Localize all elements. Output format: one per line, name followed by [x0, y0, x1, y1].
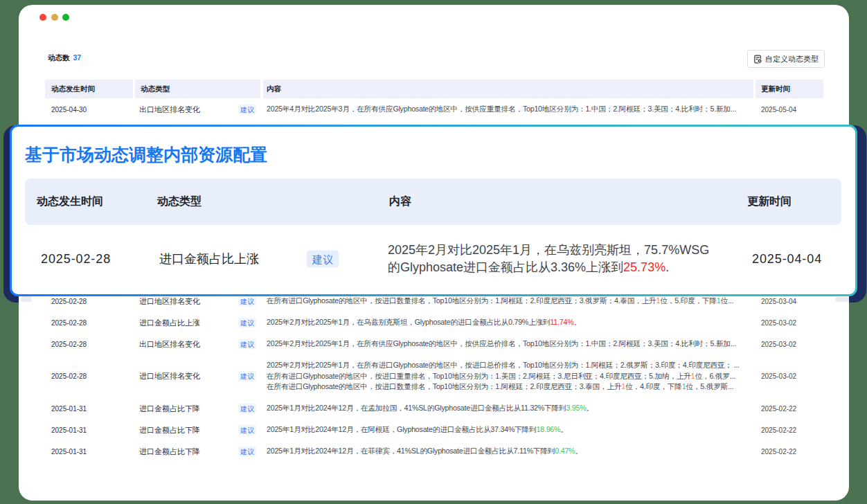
customize-dynamic-type-label: 自定义动态类型 — [765, 54, 819, 64]
suggestion-badge: 建议 — [238, 404, 256, 414]
document-gear-icon — [753, 55, 762, 64]
row-update: 2025-02-22 — [761, 448, 796, 456]
content-segment: 在所有进口Glyphosate的地区中，按进口数量排名，Top10地区分别为：1… — [267, 296, 656, 305]
content-segment-red: 25.73% — [623, 260, 665, 274]
content-line: 2025年1月对比2024年12月，在孟加拉国，41%SL的Glyphosate… — [267, 403, 756, 414]
suggestion-badge: 建议 — [238, 371, 256, 381]
column-header-occurrence-time: 动态发生时间 — [45, 80, 133, 98]
content-line: 2025年1月对比2024年12月，在菲律宾，41%SL的Glyphosate进… — [267, 446, 756, 457]
table-row[interactable]: 2025-01-31进口金额占比下降建议2025年1月对比2024年12月，在阿… — [45, 420, 823, 441]
row-content: 2025年2月对比2025年1月，在乌兹别克斯坦，Glyphosate的进口金额… — [267, 317, 756, 328]
row-date: 2025-02-28 — [51, 340, 87, 348]
row-content: 在所有进口Glyphosate的地区中，按进口数量排名，Top10地区分别为：1… — [267, 296, 756, 307]
occluded-ui-fragment-right — [835, 297, 849, 302]
row-update: 2025-03-04 — [761, 297, 796, 305]
content-segment: 位，5.俄罗斯... — [686, 382, 733, 390]
content-line: 在所有进口Glyphosate的地区中，按进口数量排名，Top10地区分别为：1… — [267, 296, 756, 307]
row-type: 进口金额占比上涨 — [139, 317, 200, 327]
content-segment: 2025年2月对比2025年1月，在所有进口Glyphosate的地区中，按进口… — [267, 361, 740, 369]
column-header-dynamic-type: 动态类型 — [135, 80, 260, 98]
row-date: 2025-04-30 — [51, 105, 87, 113]
card-row-tag: 建议 — [307, 251, 339, 268]
content-segment: 在所有进口Glyphosate的地区中，按进口数量排名，Top10地区分别为：1… — [267, 382, 621, 390]
table-row[interactable]: 2025-04-30出口地区排名变化建议2025年4月对比2025年3月，在所有… — [45, 98, 823, 120]
customize-dynamic-type-button[interactable]: 自定义动态类型 — [747, 50, 825, 68]
table-row[interactable]: 2025-02-28进口金额占比上涨建议2025年2月对比2025年1月，在乌兹… — [45, 312, 823, 333]
card-row-content: 2025年2月对比2025年1月，在乌兹别亮斯坦，75.7%WSG的Glypho… — [388, 242, 709, 276]
suggestion-badge: 建议 — [238, 425, 256, 435]
content-line: 在所有进口Glyphosate的地区中，按进口数量排名，Top10地区分别为：1… — [267, 381, 756, 393]
table-row[interactable]: 2025-01-31进口金额占比下降建议2025年1月对比2024年12月，在菲… — [45, 441, 823, 462]
content-line: 2025年2月对比2025年1月，在所有供应Glyphosate的地区中，按供应… — [267, 339, 756, 350]
content-segment: 在所有进口Glyphosate的地区中，按进口重量排名，Top10地区分别为：1… — [267, 372, 691, 380]
row-date: 2025-02-28 — [51, 372, 87, 380]
suggestion-badge: 建议 — [238, 296, 256, 306]
close-window-icon[interactable] — [39, 14, 46, 21]
table-header: 动态发生时间 动态类型 内容 更新时间 — [45, 80, 823, 98]
window-controls — [39, 14, 69, 21]
card-row-update: 2025-04-04 — [752, 252, 822, 267]
content-line: 的Glyphosate进口金额占比从3.36%上涨到25.73%. — [388, 259, 709, 276]
card-column-content: 内容 — [389, 179, 411, 225]
row-update: 2025-02-22 — [761, 426, 796, 434]
table-row[interactable]: 2025-01-31进口金额占比下降建议2025年1月对比2024年12月，在孟… — [45, 397, 823, 419]
row-update: 2025-05-04 — [761, 105, 796, 113]
suggestion-badge: 建议 — [238, 104, 256, 114]
suggestion-badge: 建议 — [238, 317, 256, 327]
content-segment: 2025年2月对比2025年1月，在乌兹别克斯坦，Glyphosate的进口金额… — [267, 318, 550, 326]
content-segment: 2025年2月对比2025年1月，在乌兹别亮斯坦，75.7%WSG — [388, 243, 709, 257]
card-row-type: 进口金额占比上涨 — [159, 251, 259, 267]
row-update: 2025-03-02 — [761, 318, 796, 326]
card-table-header: 动态发生时间 动态类型 内容 更新时间 — [25, 179, 841, 225]
row-date: 2025-02-28 — [51, 297, 87, 305]
content-segment: 2025年1月对比2024年12月，在菲律宾，41%SL的Glyphosate进… — [267, 447, 555, 455]
row-type: 进口地区排名变化 — [139, 296, 200, 306]
row-date: 2025-01-31 — [51, 448, 87, 456]
row-content: 2025年1月对比2024年12月，在孟加拉国，41%SL的Glyphosate… — [267, 403, 756, 414]
row-content: 2025年4月对比2025年3月，在所有供应Glyphosate的地区中，按供应… — [267, 104, 756, 115]
row-tag: 建议 — [238, 447, 256, 457]
content-line: 在所有进口Glyphosate的地区中，按进口重量排名，Top10地区分别为：1… — [267, 371, 756, 382]
minimize-window-icon[interactable] — [51, 14, 58, 21]
row-type: 出口地区排名变化 — [139, 339, 200, 349]
content-segment: 2025年1月对比2024年12月，在阿根廷，Glyphosate的进口金额占比… — [267, 425, 537, 433]
card-table-row[interactable]: 2025-02-28 进口金额占比上涨 建议 2025年2月对比2025年1月，… — [12, 226, 855, 292]
row-tag: 建议 — [238, 371, 256, 381]
row-type: 进口金额占比下降 — [139, 404, 200, 414]
row-tag: 建议 — [238, 425, 256, 435]
row-type: 出口地区排名变化 — [139, 104, 200, 114]
row-tag: 建议 — [238, 317, 256, 327]
content-segment: 的Glyphosate进口金额占比从3.36%上涨到 — [388, 260, 623, 274]
content-line: 2025年2月对比2025年1月，在乌兹别克斯坦，Glyphosate的进口金额… — [267, 317, 756, 328]
row-date: 2025-02-28 — [51, 318, 87, 326]
card-title: 基于市场动态调整内部资源配置 — [25, 143, 267, 165]
content-segment-down: 18.96% — [537, 425, 561, 433]
column-header-update-time: 更新时间 — [756, 80, 823, 98]
content-line: 2025年2月对比2025年1月，在乌兹别亮斯坦，75.7%WSG — [388, 242, 709, 259]
row-tag: 建议 — [238, 339, 256, 349]
row-tag: 建议 — [238, 404, 256, 414]
row-date: 2025-01-31 — [51, 405, 87, 413]
content-line: 2025年4月对比2025年3月，在所有供应Glyphosate的地区中，按供应… — [267, 104, 756, 115]
zoom-window-icon[interactable] — [62, 14, 69, 21]
row-update: 2025-03-02 — [761, 372, 796, 380]
content-segment: . — [665, 260, 669, 274]
content-segment: 位，5.印度，下降 — [660, 296, 717, 305]
content-line: 2025年1月对比2024年12月，在阿根廷，Glyphosate的进口金额占比… — [267, 424, 756, 435]
column-header-content: 内容 — [263, 80, 753, 98]
dynamics-count: 动态数37 — [48, 53, 81, 63]
content-segment: 位，6.俄罗... — [695, 372, 735, 380]
content-segment-red: 11.74% — [550, 318, 573, 326]
content-segment: 位，4.印度，下降 — [625, 382, 682, 390]
row-content: 2025年1月对比2024年12月，在阿根廷，Glyphosate的进口金额占比… — [267, 424, 756, 435]
table-row[interactable]: 2025-02-28进口地区排名变化建议2025年2月对比2025年1月，在所有… — [45, 354, 823, 397]
row-tag: 建议 — [238, 104, 256, 114]
row-type: 进口金额占比下降 — [139, 425, 200, 435]
zoom-highlight-card: 基于市场动态调整内部资源配置 动态发生时间 动态类型 内容 更新时间 2025-… — [10, 125, 858, 297]
row-date: 2025-01-31 — [51, 426, 87, 434]
content-segment: 2025年1月对比2024年12月，在孟加拉国，41%SL的Glyphosate… — [267, 404, 566, 412]
row-update: 2025-03-02 — [761, 340, 796, 348]
table-row[interactable]: 2025-02-28出口地区排名变化建议2025年2月对比2025年1月，在所有… — [45, 333, 823, 354]
dynamics-count-label: 动态数 — [48, 53, 70, 62]
card-column-dynamic-type: 动态类型 — [157, 179, 202, 225]
